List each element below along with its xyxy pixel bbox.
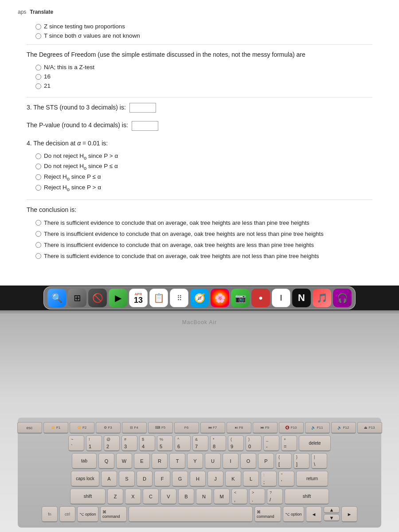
key-h[interactable]: H xyxy=(190,471,206,487)
key-slash[interactable]: ?/ xyxy=(267,489,283,505)
key-c[interactable]: C xyxy=(143,489,159,505)
key-m[interactable]: M xyxy=(214,489,230,505)
key-p[interactable]: P xyxy=(258,453,274,469)
df-option-16[interactable]: 16 xyxy=(35,73,372,80)
key-y[interactable]: Y xyxy=(187,453,203,469)
key-tilde[interactable]: ~` xyxy=(68,435,84,451)
key-f7[interactable]: ⏮ F7 xyxy=(200,422,225,434)
dock-text-app[interactable]: I xyxy=(272,289,290,307)
key-f4[interactable]: ⊟ F4 xyxy=(122,422,147,434)
dock-calendar[interactable]: APR 13 xyxy=(129,289,148,307)
key-j[interactable]: J xyxy=(207,471,223,487)
dock-dots-app[interactable]: ⠿ xyxy=(170,289,188,307)
key-2[interactable]: @2 xyxy=(104,435,120,451)
conclusion-option-2[interactable]: There is insufficient evidence to conclu… xyxy=(35,230,372,239)
dock-red-app[interactable]: ● xyxy=(251,289,270,307)
key-shift-left[interactable]: shift xyxy=(70,489,106,505)
key-q[interactable]: Q xyxy=(98,453,114,469)
conclusion-option-1[interactable]: There is sufficient evidence to conclude… xyxy=(35,219,372,227)
key-6[interactable]: ^6 xyxy=(175,435,191,451)
key-7[interactable]: &7 xyxy=(192,435,208,451)
key-o[interactable]: O xyxy=(240,453,256,469)
key-right-arrow[interactable]: ► xyxy=(341,506,357,522)
key-delete[interactable]: delete xyxy=(299,435,331,451)
key-minus[interactable]: _- xyxy=(263,435,279,451)
key-z[interactable]: Z xyxy=(107,489,123,505)
key-i[interactable]: I xyxy=(223,453,239,469)
key-9[interactable]: (9 xyxy=(228,435,244,451)
key-f13[interactable]: ⏏ F13 xyxy=(357,422,382,434)
key-w[interactable]: W xyxy=(116,453,132,469)
key-up-arrow[interactable]: ▲ xyxy=(324,506,340,513)
key-quote[interactable]: "' xyxy=(278,471,294,487)
dock-music[interactable]: 🎵 xyxy=(313,289,331,307)
key-f2[interactable]: 🔆 F2 xyxy=(70,422,94,434)
key-fn[interactable]: fn xyxy=(42,506,58,522)
dock-facetime[interactable]: 📷 xyxy=(231,289,250,307)
decision-option-3[interactable]: Reject Ho since P ≤ α xyxy=(35,173,372,181)
key-t[interactable]: T xyxy=(169,453,185,469)
sts-input[interactable] xyxy=(129,103,156,113)
dock-n-app[interactable]: N xyxy=(292,289,311,307)
decision-option-1[interactable]: Do not reject Ho since P > α xyxy=(35,153,372,160)
key-esc[interactable]: esc xyxy=(17,422,42,434)
test-type-t[interactable]: T since both σ values are not known xyxy=(35,32,372,39)
key-f10[interactable]: 🔇 F10 xyxy=(279,422,304,434)
key-s[interactable]: S xyxy=(119,471,135,487)
dock-launchpad[interactable]: ⊞ xyxy=(68,289,86,307)
key-f12[interactable]: 🔊 F12 xyxy=(331,422,356,434)
key-return[interactable]: return xyxy=(296,471,328,487)
key-5[interactable]: %5 xyxy=(157,435,173,451)
key-equals[interactable]: += xyxy=(281,435,297,451)
key-f1[interactable]: 🔅 F1 xyxy=(43,422,68,434)
key-f3[interactable]: ⚙ F3 xyxy=(96,422,121,434)
key-rbracket[interactable]: }] xyxy=(293,453,309,469)
conclusion-option-3[interactable]: There is insufficient evidence to conclu… xyxy=(35,241,372,250)
key-b[interactable]: B xyxy=(178,489,194,505)
key-a[interactable]: A xyxy=(101,471,117,487)
key-n[interactable]: N xyxy=(196,489,212,505)
key-f9[interactable]: ⏭ F9 xyxy=(253,422,278,434)
key-3[interactable]: #3 xyxy=(121,435,137,451)
key-e[interactable]: E xyxy=(134,453,150,469)
key-g[interactable]: G xyxy=(172,471,188,487)
key-l[interactable]: L xyxy=(243,471,259,487)
key-4[interactable]: $4 xyxy=(139,435,155,451)
key-backslash[interactable]: |\ xyxy=(311,453,327,469)
key-shift-right[interactable]: shift xyxy=(285,489,329,505)
pvalue-input[interactable] xyxy=(132,121,158,131)
decision-option-2[interactable]: Do not reject Ho since P ≤ α xyxy=(35,163,372,171)
key-8[interactable]: *8 xyxy=(210,435,226,451)
key-r[interactable]: R xyxy=(152,453,168,469)
key-option-left[interactable]: ⌥ option xyxy=(77,506,98,522)
key-f6[interactable]: F6 xyxy=(174,422,199,434)
test-type-z[interactable]: Z since testing two proportions xyxy=(35,23,372,30)
key-semicolon[interactable]: :; xyxy=(261,471,277,487)
df-option-na[interactable]: N/A; this is a Z-test xyxy=(35,64,372,70)
dock-safari[interactable]: 🧭 xyxy=(190,289,209,307)
key-d[interactable]: D xyxy=(137,471,153,487)
key-f[interactable]: F xyxy=(154,471,170,487)
key-option-right[interactable]: ⌥ option xyxy=(283,506,304,522)
key-f8[interactable]: ⏯ F8 xyxy=(227,422,251,434)
key-ctrl[interactable]: ctrl xyxy=(59,506,75,522)
key-f5[interactable]: ⌨ F5 xyxy=(148,422,173,434)
df-option-21[interactable]: 21 xyxy=(35,82,372,89)
dock-notes[interactable]: 📋 xyxy=(149,289,168,307)
dock-green-app[interactable]: ▶ xyxy=(109,289,127,307)
conclusion-option-4[interactable]: There is sufficient evidence to conclude… xyxy=(35,252,372,261)
key-comma[interactable]: <, xyxy=(231,489,247,505)
key-period[interactable]: >. xyxy=(249,489,265,505)
key-1[interactable]: !1 xyxy=(86,435,102,451)
dock-photos[interactable]: 🌸 xyxy=(211,289,229,307)
key-cmd-left[interactable]: ⌘ command xyxy=(100,506,127,522)
key-caps-lock[interactable]: caps lock xyxy=(71,471,99,487)
key-k[interactable]: K xyxy=(225,471,241,487)
decision-option-4[interactable]: Reject Ho since P > α xyxy=(35,184,372,192)
key-lbracket[interactable]: {[ xyxy=(276,453,292,469)
key-u[interactable]: U xyxy=(205,453,221,469)
key-v[interactable]: V xyxy=(160,489,176,505)
key-down-arrow[interactable]: ▼ xyxy=(324,514,340,521)
dock-finder[interactable]: 🔍 xyxy=(47,289,66,307)
key-left-arrow[interactable]: ◄ xyxy=(306,506,322,522)
